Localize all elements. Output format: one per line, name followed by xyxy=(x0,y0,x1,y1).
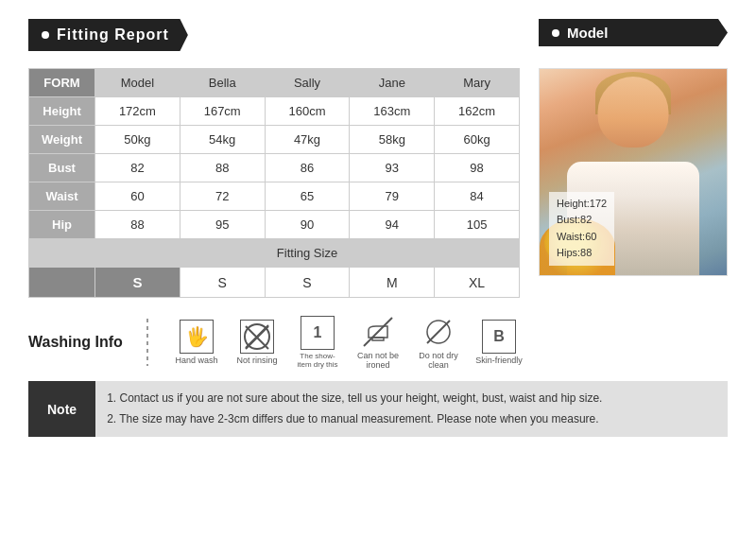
fitting-size-label-cell: Fitting Size xyxy=(95,239,520,268)
col-bella-header: Bella xyxy=(180,69,265,97)
size-jane: M xyxy=(350,268,435,298)
cell-h-jane: 163cm xyxy=(350,97,435,126)
no-rinse-label: Not rinsing xyxy=(236,356,277,365)
size-form-cell xyxy=(29,268,95,298)
wash-icon-no-rinse: Not rinsing xyxy=(232,320,282,365)
wash-icon-no-iron: Can not be ironed xyxy=(353,315,403,370)
row-bust-label: Bust xyxy=(29,154,95,182)
fitting-report-banner: Fitting Report xyxy=(28,19,188,51)
cell-hip-sally: 90 xyxy=(265,211,350,239)
svg-rect-2 xyxy=(372,338,384,340)
dry-icon-shape: 1 xyxy=(301,316,335,350)
table-row: Bust 82 88 86 93 98 xyxy=(29,154,520,182)
cell-wt-model: 60 xyxy=(95,182,180,211)
wash-icon-dry: 1 The show-item dry this xyxy=(293,316,342,369)
model-bust: Bust:82 xyxy=(557,212,607,229)
no-rinse-icon-shape xyxy=(240,320,274,354)
cell-hip-model: 88 xyxy=(95,211,180,239)
table-row: Height 172cm 167cm 160cm 163cm 162cm xyxy=(29,97,520,126)
fit-table: FORM Model Bella Sally Jane Mary Height … xyxy=(28,68,520,298)
fitting-size-form-cell xyxy=(29,239,95,268)
no-iron-icon-shape xyxy=(361,315,395,349)
cell-w-model: 50kg xyxy=(95,126,180,154)
cell-h-mary: 162cm xyxy=(435,97,520,126)
note-label: Note xyxy=(28,381,95,437)
fitting-bullet xyxy=(42,31,49,39)
size-sally: S xyxy=(265,268,350,298)
cell-hip-mary: 105 xyxy=(435,211,520,239)
cell-b-mary: 98 xyxy=(435,154,520,182)
cell-wt-sally: 65 xyxy=(265,182,350,211)
no-dry-clean-svg xyxy=(421,315,455,349)
row-waist-label: Waist xyxy=(29,182,95,211)
cell-w-mary: 60kg xyxy=(435,126,520,154)
model-photo-background: Height:172 Bust:82 Waist:60 Hips:88 xyxy=(540,69,727,275)
cell-wt-mary: 84 xyxy=(435,182,520,211)
col-mary-header: Mary xyxy=(435,69,520,97)
wash-icon-skin-friendly: B Skin-friendly xyxy=(474,320,524,365)
no-dry-clean-label: Do not dry clean xyxy=(414,351,463,370)
note-line-1: 1. Contact us if you are not sure about … xyxy=(107,389,602,409)
model-waist: Waist:60 xyxy=(557,229,607,246)
cell-hip-bella: 95 xyxy=(180,211,265,239)
row-height-label: Height xyxy=(29,97,95,126)
table-row: Waist 60 72 65 79 84 xyxy=(29,182,520,211)
no-iron-label: Can not be ironed xyxy=(353,351,403,370)
top-section: Fitting Report Model xyxy=(28,19,728,54)
cell-b-bella: 88 xyxy=(180,154,265,182)
row-weight-label: Weight xyxy=(29,126,95,154)
model-bullet xyxy=(552,29,559,37)
cell-w-jane: 58kg xyxy=(350,126,435,154)
model-banner-label: Model xyxy=(567,25,608,41)
table-row: Weight 50kg 54kg 47kg 58kg 60kg xyxy=(29,126,520,154)
cell-w-sally: 47kg xyxy=(265,126,350,154)
size-mary: XL xyxy=(435,268,520,298)
cell-h-sally: 160cm xyxy=(265,97,350,126)
cell-b-jane: 93 xyxy=(350,154,435,182)
cell-h-bella: 167cm xyxy=(180,97,265,126)
no-iron-svg xyxy=(361,315,395,349)
dry-label: The show-item dry this xyxy=(293,352,342,369)
size-bella: S xyxy=(180,268,265,298)
table-section: FORM Model Bella Sally Jane Mary Height … xyxy=(28,68,520,298)
col-form-header: FORM xyxy=(29,69,95,97)
row-hip-label: Hip xyxy=(29,211,95,239)
model-photo: Height:172 Bust:82 Waist:60 Hips:88 xyxy=(539,68,728,276)
model-hips: Hips:88 xyxy=(557,245,607,262)
col-model-header: Model xyxy=(95,69,180,97)
skin-friendly-shape: B xyxy=(482,320,516,354)
model-banner: Model xyxy=(539,19,728,46)
page: Fitting Report Model FORM Model Bella Sa… xyxy=(0,0,756,538)
svg-point-0 xyxy=(245,324,269,349)
handwash-icon-shape: 🖐 xyxy=(180,320,214,354)
fitting-report-label: Fitting Report xyxy=(57,26,169,43)
model-height: Height:172 xyxy=(557,196,607,213)
washing-divider xyxy=(146,319,148,366)
cell-h-model: 172cm xyxy=(95,97,180,126)
col-jane-header: Jane xyxy=(350,69,435,97)
size-value-row: S S S M XL xyxy=(29,268,520,298)
model-face-shape xyxy=(598,77,669,148)
size-model: S xyxy=(95,268,180,298)
skin-friendly-label: Skin-friendly xyxy=(475,356,523,365)
table-header-row: FORM Model Bella Sally Jane Mary xyxy=(29,69,520,97)
col-sally-header: Sally xyxy=(265,69,350,97)
model-header-area: Model xyxy=(539,19,728,54)
washing-title: Washing Info xyxy=(28,334,123,351)
model-section: Height:172 Bust:82 Waist:60 Hips:88 xyxy=(539,68,728,298)
main-content: FORM Model Bella Sally Jane Mary Height … xyxy=(28,68,728,298)
table-row: Hip 88 95 90 94 105 xyxy=(29,211,520,239)
no-rinse-svg xyxy=(242,321,272,352)
fitting-size-row: Fitting Size xyxy=(29,239,520,268)
model-info-overlay: Height:172 Bust:82 Waist:60 Hips:88 xyxy=(549,192,614,266)
cell-wt-jane: 79 xyxy=(350,182,435,211)
no-dry-clean-shape xyxy=(421,315,455,349)
note-line-2: 2. The size may have 2-3cm differs due t… xyxy=(107,409,602,430)
cell-b-sally: 86 xyxy=(265,154,350,182)
cell-hip-jane: 94 xyxy=(350,211,435,239)
handwash-label: Hand wash xyxy=(175,356,217,365)
cell-b-model: 82 xyxy=(95,154,180,182)
cell-w-bella: 54kg xyxy=(180,126,265,154)
svg-line-1 xyxy=(246,325,268,348)
washing-icons: 🖐 Hand wash Not rinsing 1 The show-item … xyxy=(172,315,524,370)
